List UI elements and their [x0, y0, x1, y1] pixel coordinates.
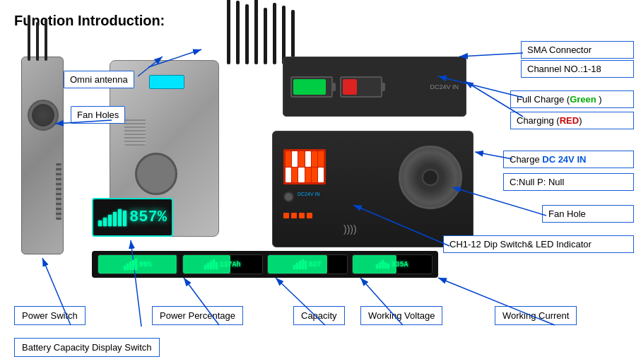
segment-2-text: 117Ah	[219, 261, 240, 269]
label-sma-connector: SMA Connector	[521, 41, 634, 59]
center-antenna-7	[282, 6, 286, 64]
center-antenna-5	[264, 8, 267, 64]
battery-percent-display: 857%	[92, 198, 173, 237]
segment-1-text: 99%	[139, 261, 151, 269]
battery-bar-icon	[98, 209, 127, 226]
dip-5	[312, 151, 317, 167]
dip-switches	[283, 149, 326, 184]
segment-3-content: 827	[293, 259, 321, 269]
power-port	[283, 192, 294, 202]
antenna-2	[36, 22, 39, 61]
charge-dc-blue: DC 24V IN	[542, 154, 586, 165]
battery-cell-2	[340, 76, 382, 98]
label-fan-hole: Fan Hole	[542, 205, 634, 223]
bar-6	[123, 211, 127, 226]
dc24v-label: DC24V IN	[430, 83, 459, 90]
full-charge-green: Green	[570, 94, 596, 105]
dip-2	[292, 151, 298, 167]
label-working-voltage: Working Voltage	[360, 306, 442, 325]
segment-4-content: 335A	[376, 260, 408, 269]
bar-4	[113, 212, 117, 226]
led-2	[291, 213, 297, 218]
center-antenna-2	[236, 1, 240, 64]
charging-red: RED	[560, 115, 579, 126]
battery-segment-4: 335A	[352, 254, 433, 274]
antenna-1	[28, 15, 30, 61]
label-channel-no: Channel NO.:1-18	[521, 60, 634, 78]
label-ch1-12: CH1-12 Dip Switch& LED Indicator	[443, 235, 634, 253]
wifi-symbol: ))))	[343, 223, 357, 235]
battery-segment-2: 117Ah	[182, 254, 263, 274]
label-power-switch: Power Switch	[14, 306, 86, 325]
battery-segment-1: 99%	[98, 254, 178, 274]
seg2-bars	[204, 259, 218, 269]
dip-11	[312, 168, 317, 183]
segment-1-content: 99%	[124, 259, 151, 270]
bar-5	[118, 209, 122, 226]
dip-9	[298, 168, 304, 183]
label-charge-dc: Charge DC 24V IN	[503, 151, 634, 168]
bar-2	[103, 218, 107, 226]
label-power-percentage: Power Percentage	[152, 306, 243, 325]
battery-cell-2-fill	[343, 79, 357, 95]
dip-4	[305, 151, 311, 167]
dip-1	[286, 151, 291, 167]
fan-left	[28, 100, 59, 131]
led-row	[283, 213, 312, 218]
seg3-bars	[293, 259, 307, 269]
antenna-3	[45, 18, 47, 61]
battery-cell-1	[290, 76, 333, 98]
device-right: DC24V IN ))))	[272, 131, 474, 247]
led-3	[299, 213, 305, 218]
label-null: C:Null P: Null	[503, 173, 634, 191]
dip-12	[318, 168, 324, 183]
bar-1	[98, 221, 102, 226]
seg1-bars	[124, 259, 137, 270]
label-charging: Charging (RED)	[510, 112, 634, 129]
dip-6	[318, 151, 324, 167]
page-container: Function Introduction: DC24V I	[0, 0, 641, 364]
battery-bar-bottom: 99% 117Ah	[92, 251, 438, 278]
label-working-current: Working Current	[495, 306, 577, 325]
segment-3-text: 827	[308, 261, 321, 269]
dip-8	[292, 168, 298, 183]
center-circle	[135, 153, 177, 195]
label-battery-capacity-display: Battery Capacity Display Switch	[14, 338, 160, 357]
segment-2-content: 117Ah	[204, 259, 240, 269]
center-antenna-1	[227, 0, 230, 64]
label-fan-holes: Fan Holes	[71, 106, 125, 124]
svg-line-4	[459, 53, 523, 57]
device-left	[21, 57, 64, 254]
dip-7	[286, 168, 291, 183]
center-antenna-3	[245, 4, 249, 64]
label-full-charge: Full Charge (Green )	[510, 90, 634, 108]
battery-percent-text: 857%	[129, 209, 167, 226]
segment-4-text: 335A	[391, 261, 408, 269]
led-1	[283, 213, 289, 218]
center-antenna-6	[273, 3, 276, 64]
seg4-bars	[376, 260, 389, 269]
dip-3	[298, 151, 304, 167]
center-speaker	[124, 117, 146, 146]
label-capacity: Capacity	[293, 306, 345, 325]
label-omni-antenna: Omni antenna	[64, 71, 134, 88]
center-screen	[149, 75, 184, 89]
led-4	[307, 213, 312, 218]
battery-cell-1-fill	[293, 79, 326, 95]
vent-left	[56, 163, 61, 220]
device-right-fan	[399, 146, 462, 209]
battery-segment-3: 827	[267, 254, 348, 274]
dc24vin-label: DC24V IN	[298, 192, 320, 196]
bar-3	[108, 215, 112, 226]
dip-10	[305, 168, 311, 183]
center-antenna-4	[254, 0, 258, 64]
battery-top-right: DC24V IN	[283, 57, 466, 117]
